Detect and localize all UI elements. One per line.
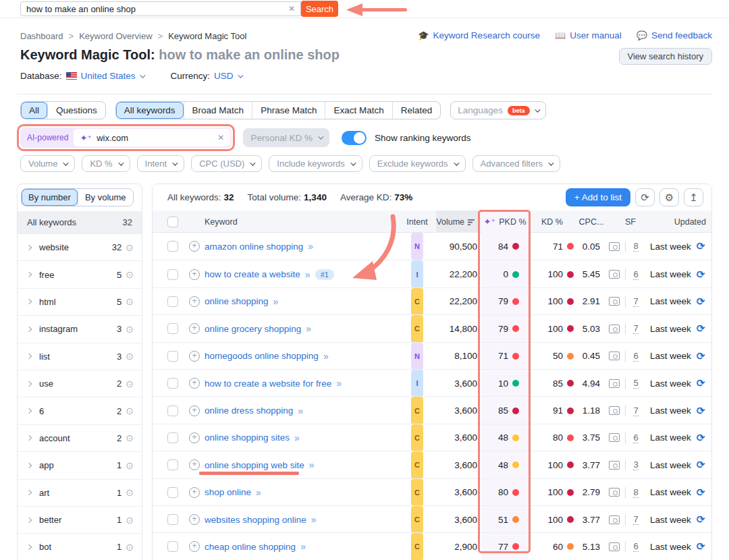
database-select[interactable]: United States	[81, 71, 136, 81]
expand-keyword-icon[interactable]: »	[300, 541, 306, 552]
chevron-right-icon[interactable]	[26, 327, 32, 332]
breadcrumb-keyword-overview[interactable]: Keyword Overview	[79, 31, 152, 41]
filter-volume[interactable]: Volume	[20, 155, 75, 172]
group-list-item[interactable]: 6 2 ⊙	[18, 397, 142, 424]
filter-cpc[interactable]: CPC (USD)	[191, 155, 262, 172]
serp-preview-icon[interactable]	[609, 242, 620, 251]
chevron-right-icon[interactable]	[26, 544, 32, 550]
tab-questions[interactable]: Questions	[47, 102, 105, 119]
add-to-list-button[interactable]: + Add to list	[566, 188, 630, 206]
refresh-button[interactable]: ⟳	[635, 188, 655, 206]
sf-count[interactable]: 8	[633, 241, 638, 252]
expand-keyword-icon[interactable]: »	[256, 487, 261, 498]
expand-keyword-icon[interactable]: »	[294, 432, 300, 443]
expand-keyword-icon[interactable]: »	[306, 323, 311, 334]
group-list-item[interactable]: website 32 ⊙	[18, 233, 142, 260]
refresh-row-icon[interactable]: ⟳	[697, 377, 705, 389]
serp-preview-icon[interactable]	[609, 379, 620, 388]
eye-icon[interactable]: ⊙	[126, 460, 134, 471]
sf-count[interactable]: 6	[633, 541, 638, 552]
filter-include-keywords[interactable]: Include keywords	[269, 155, 362, 172]
domain-input[interactable]: ✦⁺ wix.com ✕	[74, 129, 230, 146]
sf-count[interactable]: 7	[633, 323, 638, 334]
refresh-row-icon[interactable]: ⟳	[697, 323, 705, 335]
row-checkbox[interactable]	[167, 514, 178, 525]
keyword-link[interactable]: shop online	[205, 487, 251, 497]
group-list-item[interactable]: account 2 ⊙	[18, 424, 142, 451]
serp-preview-icon[interactable]	[609, 488, 620, 497]
keyword-link[interactable]: online shopping	[205, 296, 269, 306]
column-kd[interactable]: KD %	[531, 211, 574, 233]
refresh-row-icon[interactable]: ⟳	[697, 540, 705, 553]
refresh-row-icon[interactable]: ⟳	[697, 350, 705, 362]
chevron-right-icon[interactable]	[26, 381, 32, 386]
group-list-item[interactable]: app 1 ⊙	[18, 451, 142, 478]
group-list-item[interactable]: use 2 ⊙	[18, 370, 142, 397]
column-pkd[interactable]: ✦⁺ PKD %	[481, 211, 529, 233]
expand-keyword-icon[interactable]: »	[305, 269, 310, 280]
expand-keyword-icon[interactable]: »	[308, 241, 313, 252]
keyword-link[interactable]: websites shopping online	[205, 515, 306, 525]
group-list-item[interactable]: html 5 ⊙	[18, 288, 142, 315]
sf-count[interactable]: 7	[633, 405, 638, 416]
sf-count[interactable]: 6	[633, 351, 638, 362]
tab-all[interactable]: All	[21, 102, 47, 119]
column-cpc[interactable]: CPC...	[571, 211, 612, 233]
eye-icon[interactable]: ⊙	[126, 515, 134, 526]
sf-count[interactable]: 5	[633, 378, 638, 389]
eye-icon[interactable]: ⊙	[126, 296, 134, 307]
keyword-link[interactable]: cheap online shopping	[205, 542, 296, 552]
tab-exact-match[interactable]: Exact Match	[325, 102, 392, 119]
keyword-link[interactable]: online grocery shopping	[205, 324, 301, 334]
refresh-row-icon[interactable]: ⟳	[697, 296, 705, 308]
tab-broad-match[interactable]: Broad Match	[184, 102, 252, 119]
keyword-research-course-link[interactable]: 🎓Keyword Research course	[418, 30, 540, 40]
expand-keyword-icon[interactable]: »	[311, 514, 317, 525]
chevron-right-icon[interactable]	[26, 463, 32, 468]
eye-icon[interactable]: ⊙	[126, 487, 134, 498]
chevron-right-icon[interactable]	[26, 517, 32, 522]
sf-count[interactable]: 7	[633, 296, 638, 307]
languages-dropdown[interactable]: Languages beta	[450, 101, 545, 119]
refresh-row-icon[interactable]: ⟳	[697, 240, 705, 252]
row-checkbox[interactable]	[167, 296, 178, 307]
send-feedback-link[interactable]: 💬Send feedback	[637, 30, 712, 40]
add-keyword-icon[interactable]: +	[189, 351, 200, 362]
add-keyword-icon[interactable]: +	[189, 541, 200, 552]
serp-preview-icon[interactable]	[609, 461, 620, 470]
row-checkbox[interactable]	[167, 323, 178, 334]
by-volume-button[interactable]: By volume	[78, 189, 133, 206]
chevron-right-icon[interactable]	[26, 354, 32, 359]
eye-icon[interactable]: ⊙	[126, 379, 134, 389]
add-keyword-icon[interactable]: +	[189, 405, 200, 416]
eye-icon[interactable]: ⊙	[126, 269, 134, 280]
keyword-link[interactable]: homegoods online shopping	[205, 351, 319, 361]
group-list-item[interactable]: better 1 ⊙	[18, 506, 142, 533]
chevron-right-icon[interactable]	[26, 272, 32, 277]
keyword-link[interactable]: how to create a website for free	[205, 379, 331, 389]
sf-count[interactable]: 7	[633, 514, 638, 525]
search-input[interactable]: how to make an online shop ✕	[20, 1, 301, 16]
search-button[interactable]: Search	[301, 1, 338, 17]
chevron-right-icon[interactable]	[26, 435, 32, 441]
settings-button[interactable]: ⚙	[659, 188, 679, 206]
group-list-item[interactable]: list 3 ⊙	[18, 343, 142, 370]
row-checkbox[interactable]	[167, 459, 178, 470]
row-checkbox[interactable]	[167, 487, 178, 498]
refresh-row-icon[interactable]: ⟳	[697, 405, 705, 417]
row-checkbox[interactable]	[167, 241, 178, 252]
add-keyword-icon[interactable]: +	[189, 432, 200, 443]
column-updated[interactable]: Updated	[652, 211, 706, 233]
group-list-item[interactable]: bot 1 ⊙	[18, 533, 142, 560]
keyword-link[interactable]: amazon online shopping	[205, 242, 303, 252]
expand-keyword-icon[interactable]: »	[323, 351, 329, 362]
serp-preview-icon[interactable]	[609, 270, 620, 279]
eye-icon[interactable]: ⊙	[126, 242, 134, 253]
column-volume[interactable]: Volume	[436, 211, 478, 233]
serp-preview-icon[interactable]	[609, 352, 620, 360]
add-keyword-icon[interactable]: +	[189, 487, 200, 498]
row-checkbox[interactable]	[167, 351, 178, 362]
clear-search-icon[interactable]: ✕	[288, 4, 295, 13]
refresh-row-icon[interactable]: ⟳	[697, 513, 705, 526]
serp-preview-icon[interactable]	[609, 325, 620, 333]
